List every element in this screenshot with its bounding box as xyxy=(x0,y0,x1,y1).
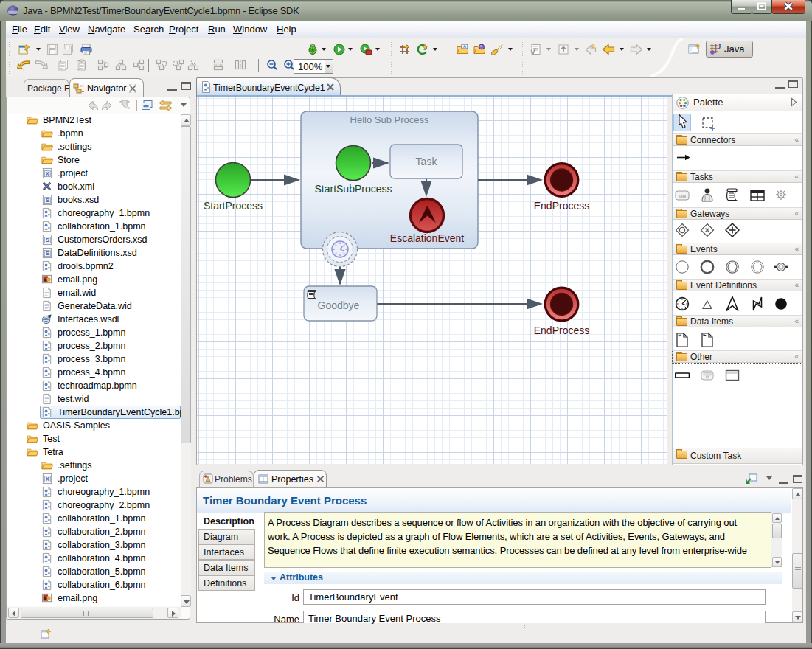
svg-text:Task: Task xyxy=(679,194,687,198)
svg-text:EscalationEvent: EscalationEvent xyxy=(390,232,465,244)
svg-text:J: J xyxy=(718,43,721,50)
svg-text:Hello Sub Process: Hello Sub Process xyxy=(350,114,429,125)
svg-text:EndProcess: EndProcess xyxy=(534,324,589,336)
svg-text:EndProcess: EndProcess xyxy=(534,200,589,212)
svg-text:Goodbye: Goodbye xyxy=(318,299,360,311)
svg-text:StartSubProcess: StartSubProcess xyxy=(314,183,392,195)
svg-text:Task: Task xyxy=(416,156,438,167)
svg-text:StartProcess: StartProcess xyxy=(204,200,263,212)
svg-text:A: A xyxy=(463,44,466,49)
